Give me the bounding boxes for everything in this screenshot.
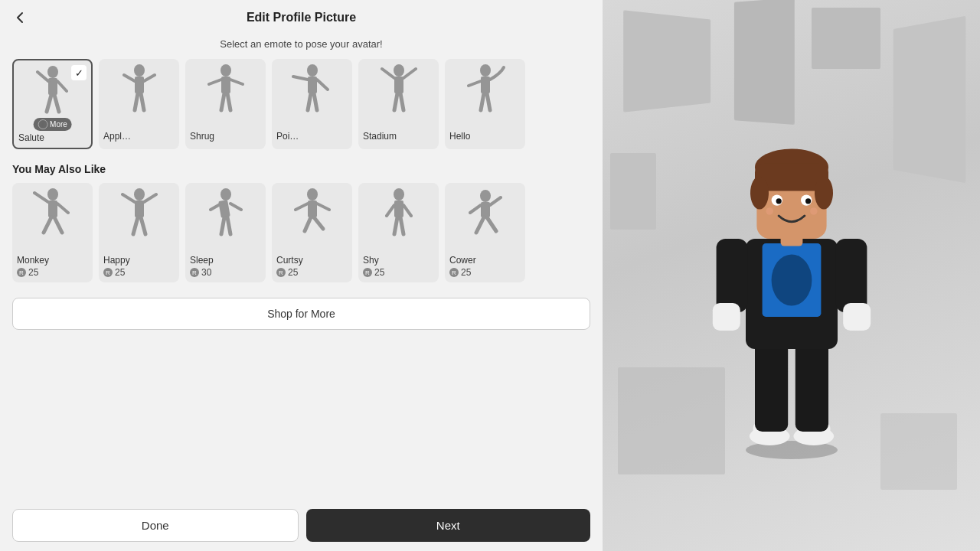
svg-line-9	[144, 75, 155, 81]
svg-line-45	[133, 217, 138, 234]
emote-point[interactable]: Poi…	[272, 59, 352, 149]
emote-sleep-img	[185, 183, 266, 252]
svg-line-20	[293, 77, 308, 80]
svg-line-64	[400, 217, 403, 234]
svg-line-44	[144, 194, 156, 202]
svg-line-10	[135, 93, 138, 110]
emote-shy[interactable]: Shy R 25	[358, 183, 439, 282]
svg-line-52	[227, 217, 230, 234]
emote-cower[interactable]: Cower R 25	[445, 183, 525, 282]
emote-hello[interactable]: Hello	[445, 59, 525, 149]
emotes-section: i More ✓ Salute	[0, 59, 603, 149]
emote-shrug-label: Shrug	[185, 128, 266, 146]
svg-line-56	[317, 204, 329, 210]
svg-line-33	[481, 93, 484, 110]
page-title: Edit Profile Picture	[247, 11, 356, 24]
emote-shy-name: Shy	[358, 252, 439, 267]
svg-point-65	[480, 190, 491, 202]
info-icon: i	[38, 119, 47, 129]
emotes-row: i More ✓ Salute	[12, 59, 590, 149]
emote-happy[interactable]: Happy R 25	[99, 183, 179, 282]
svg-line-62	[403, 205, 411, 216]
svg-line-51	[221, 217, 224, 234]
svg-line-61	[387, 205, 394, 216]
subtitle: Select an emote to pose your avatar!	[0, 35, 603, 59]
emote-salute-label: Salute	[14, 129, 91, 148]
svg-line-68	[490, 197, 501, 205]
svg-rect-93	[716, 239, 747, 312]
svg-point-6	[134, 64, 145, 77]
robux-icon-3: R	[190, 268, 199, 277]
svg-point-12	[220, 64, 231, 77]
svg-line-4	[47, 95, 51, 112]
avatar-figure	[684, 92, 899, 459]
svg-line-17	[227, 93, 230, 110]
robux-icon-4: R	[276, 268, 286, 277]
svg-point-47	[220, 188, 231, 201]
emote-point-label: Poi…	[272, 128, 352, 146]
back-button[interactable]	[12, 10, 28, 25]
emote-point-img	[272, 59, 352, 128]
svg-line-23	[314, 93, 317, 110]
done-button[interactable]: Done	[12, 509, 299, 542]
svg-point-91	[766, 207, 773, 215]
svg-point-90	[805, 198, 811, 204]
avatar-preview-panel	[603, 0, 980, 551]
emote-happy-name: Happy	[99, 252, 179, 267]
emote-hello-img	[445, 59, 525, 128]
section-title-may-like: You May Also Like	[0, 149, 603, 183]
svg-point-41	[134, 188, 145, 201]
more-tag: i More	[33, 118, 72, 131]
emote-shrug-img	[185, 59, 266, 128]
checkmark: ✓	[71, 65, 87, 80]
emote-monkey-price: R 25	[12, 267, 93, 282]
svg-line-21	[317, 80, 328, 90]
robux-icon: R	[17, 268, 26, 277]
left-panel: Edit Profile Picture Select an emote to …	[0, 0, 603, 551]
emote-applause-label: Appl…	[99, 128, 179, 146]
emote-curtsy-name: Curtsy	[272, 252, 352, 267]
svg-line-70	[487, 217, 496, 231]
emote-salute[interactable]: i More ✓ Salute	[12, 59, 93, 149]
footer-buttons: Done Next	[0, 500, 603, 551]
svg-rect-60	[394, 201, 403, 217]
emote-applause[interactable]: Appl…	[99, 59, 179, 149]
svg-line-63	[394, 217, 397, 234]
svg-point-80	[771, 254, 812, 305]
svg-rect-25	[394, 77, 403, 93]
emote-cower-price: R 25	[445, 267, 525, 282]
emote-stadium-img	[358, 59, 439, 128]
emote-stadium[interactable]: Stadium	[358, 59, 439, 149]
svg-line-69	[476, 217, 484, 233]
emote-sleep-price: R 30	[185, 267, 266, 282]
svg-point-24	[394, 64, 404, 77]
svg-line-38	[57, 204, 68, 213]
next-button[interactable]: Next	[306, 509, 591, 542]
svg-line-55	[296, 204, 308, 210]
svg-line-67	[470, 205, 481, 213]
svg-line-46	[141, 217, 145, 234]
svg-line-39	[44, 217, 51, 233]
svg-line-28	[394, 93, 397, 110]
svg-line-16	[221, 93, 224, 110]
emote-monkey[interactable]: Monkey R 25	[12, 183, 93, 282]
svg-line-26	[382, 69, 394, 78]
emote-shrug[interactable]: Shrug	[185, 59, 266, 149]
svg-line-3	[57, 81, 67, 91]
shop-more-button[interactable]: Shop for More	[12, 298, 590, 330]
svg-line-50	[230, 204, 241, 210]
svg-point-86	[815, 176, 833, 209]
emote-stadium-label: Stadium	[358, 128, 439, 146]
svg-rect-66	[481, 202, 490, 217]
svg-line-11	[141, 93, 144, 110]
svg-line-32	[469, 81, 481, 86]
svg-line-37	[34, 193, 48, 202]
emote-curtsy[interactable]: Curtsy R 25	[272, 183, 352, 282]
robux-icon-2: R	[103, 268, 113, 277]
emote-curtsy-img	[272, 183, 352, 252]
svg-line-34	[487, 93, 490, 110]
svg-line-2	[38, 72, 48, 81]
emote-sleep[interactable]: Sleep R 30	[185, 183, 266, 282]
svg-rect-42	[135, 201, 144, 217]
emote-monkey-img	[12, 183, 93, 252]
